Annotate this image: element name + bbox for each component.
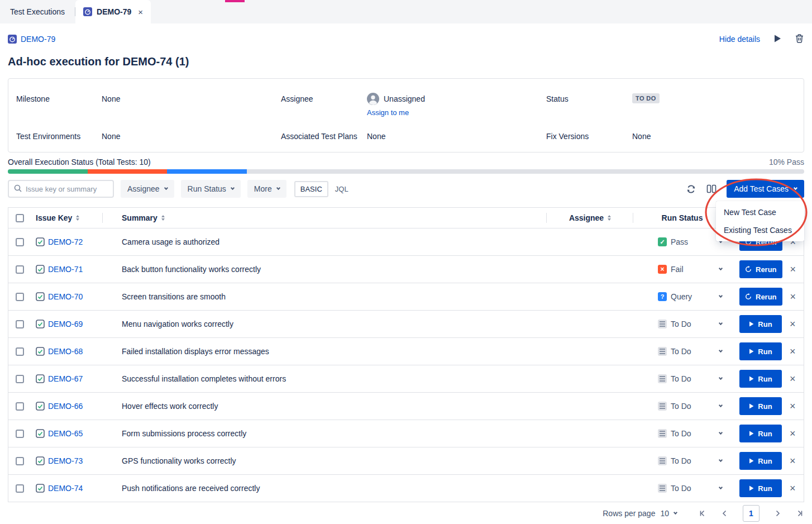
- assign-to-me-link[interactable]: Assign to me: [367, 108, 409, 117]
- current-page-button[interactable]: 1: [743, 505, 760, 522]
- status-icon: ×: [658, 265, 667, 274]
- run-status-filter-button[interactable]: Run Status: [181, 180, 241, 198]
- chevron-down-icon: [164, 186, 168, 190]
- issue-key-breadcrumb[interactable]: DEMO-79: [8, 35, 55, 44]
- progress-segment-fail: [88, 169, 168, 174]
- action-button[interactable]: Rerun: [739, 288, 782, 306]
- row-checkbox[interactable]: [16, 484, 24, 493]
- assignee-label: Assignee: [281, 93, 367, 105]
- issue-key-link[interactable]: DEMO-69: [48, 320, 83, 328]
- row-checkbox[interactable]: [16, 265, 24, 274]
- summary-text: Successful installation completes withou…: [122, 374, 286, 383]
- status-chevron-icon[interactable]: [719, 403, 723, 407]
- remove-icon[interactable]: ×: [790, 483, 796, 493]
- issue-key-link[interactable]: DEMO-71: [48, 265, 83, 274]
- hide-details-link[interactable]: Hide details: [719, 35, 760, 44]
- assignee-filter-label: Assignee: [127, 184, 160, 193]
- remove-icon[interactable]: ×: [790, 428, 796, 439]
- remove-icon[interactable]: ×: [790, 374, 796, 384]
- action-button[interactable]: Run: [739, 452, 782, 470]
- first-page-button[interactable]: [698, 509, 707, 518]
- row-checkbox[interactable]: [16, 347, 24, 356]
- action-label: Run: [758, 457, 772, 465]
- tab-demo-79[interactable]: DEMO-79 ×: [75, 0, 151, 23]
- action-button[interactable]: Run: [739, 370, 782, 388]
- issue-key-link[interactable]: DEMO-73: [48, 456, 83, 465]
- delete-execution-button[interactable]: [795, 34, 804, 45]
- status-badge: TO DO: [632, 93, 660, 103]
- issue-key-link[interactable]: DEMO-70: [48, 292, 83, 301]
- basic-mode-button[interactable]: BASIC: [294, 181, 328, 197]
- run-execution-button[interactable]: [773, 34, 781, 45]
- row-checkbox[interactable]: [16, 238, 24, 246]
- remove-icon[interactable]: ×: [790, 401, 796, 411]
- rows-per-page-select[interactable]: Rows per page 10: [603, 509, 677, 518]
- assignee-value: Unassigned Assign to me: [367, 93, 546, 118]
- row-checkbox[interactable]: [16, 293, 24, 301]
- status-chevron-icon[interactable]: [719, 294, 723, 298]
- status-icon: [658, 429, 667, 438]
- issue-key-link[interactable]: DEMO-72: [48, 237, 83, 246]
- select-all-checkbox[interactable]: [16, 214, 24, 222]
- status-chevron-icon[interactable]: [719, 349, 723, 352]
- issue-key-link[interactable]: DEMO-74: [48, 484, 83, 493]
- action-button[interactable]: Rerun: [739, 260, 782, 278]
- stray-marker: [225, 0, 245, 2]
- column-header-summary[interactable]: Summary: [103, 208, 547, 228]
- action-label: Run: [758, 347, 772, 356]
- column-label: Assignee: [569, 213, 604, 222]
- action-button[interactable]: Run: [739, 425, 782, 442]
- row-checkbox[interactable]: [16, 430, 24, 438]
- menu-item-new-test-case[interactable]: New Test Case: [716, 203, 804, 221]
- action-button[interactable]: Run: [739, 397, 782, 415]
- remove-icon[interactable]: ×: [790, 264, 796, 274]
- status-chevron-icon[interactable]: [719, 376, 723, 380]
- menu-item-existing-test-cases[interactable]: Existing Test Cases: [716, 221, 804, 239]
- row-checkbox[interactable]: [16, 402, 24, 411]
- remove-icon[interactable]: ×: [790, 292, 796, 302]
- column-header-issue-key[interactable]: Issue Key: [31, 208, 103, 228]
- more-filter-button[interactable]: More: [247, 180, 286, 198]
- test-case-icon: [36, 320, 45, 328]
- remove-icon[interactable]: ×: [790, 319, 796, 329]
- search-input[interactable]: [26, 185, 108, 193]
- status-chevron-icon[interactable]: [719, 458, 723, 462]
- status-icon: [658, 347, 667, 356]
- action-button[interactable]: Run: [739, 342, 782, 360]
- row-checkbox[interactable]: [16, 457, 24, 465]
- remove-icon[interactable]: ×: [790, 456, 796, 466]
- issue-key-link[interactable]: DEMO-68: [48, 347, 83, 356]
- row-checkbox[interactable]: [16, 320, 24, 328]
- close-icon[interactable]: ×: [138, 8, 143, 16]
- status-icon: ✓: [658, 237, 667, 246]
- previous-page-button[interactable]: [720, 509, 729, 518]
- issue-key-link[interactable]: DEMO-66: [48, 402, 83, 411]
- action-label: Run: [758, 320, 772, 328]
- refresh-button[interactable]: [686, 184, 696, 194]
- assignee-filter-button[interactable]: Assignee: [121, 180, 174, 198]
- execution-progress-bar: [8, 169, 804, 174]
- tab-test-executions[interactable]: Test Executions: [0, 0, 75, 23]
- filter-toolbar: Assignee Run Status More BASIC JQL Add T…: [8, 179, 804, 198]
- issue-key-link[interactable]: DEMO-65: [48, 429, 83, 438]
- status-chevron-icon[interactable]: [719, 485, 723, 489]
- add-test-cases-button[interactable]: Add Test Cases: [727, 180, 804, 198]
- row-checkbox[interactable]: [16, 375, 24, 383]
- page-title: Ad-hoc execution for DEMO-74 (1): [8, 55, 189, 68]
- rerun-icon: [745, 293, 752, 300]
- status-chevron-icon[interactable]: [719, 431, 723, 435]
- jql-mode-button[interactable]: JQL: [328, 185, 355, 193]
- last-page-button[interactable]: [795, 509, 804, 518]
- next-page-button[interactable]: [773, 509, 782, 518]
- columns-button[interactable]: [706, 184, 717, 193]
- action-label: Run: [758, 430, 772, 438]
- status-chevron-icon[interactable]: [719, 266, 723, 270]
- play-icon: [749, 431, 754, 436]
- status-chevron-icon[interactable]: [719, 321, 723, 325]
- issue-key-link[interactable]: DEMO-67: [48, 374, 83, 383]
- status-label: To Do: [671, 456, 691, 465]
- action-button[interactable]: Run: [739, 479, 782, 497]
- action-button[interactable]: Run: [739, 315, 782, 333]
- column-header-assignee[interactable]: Assignee: [547, 208, 633, 228]
- remove-icon[interactable]: ×: [790, 346, 796, 356]
